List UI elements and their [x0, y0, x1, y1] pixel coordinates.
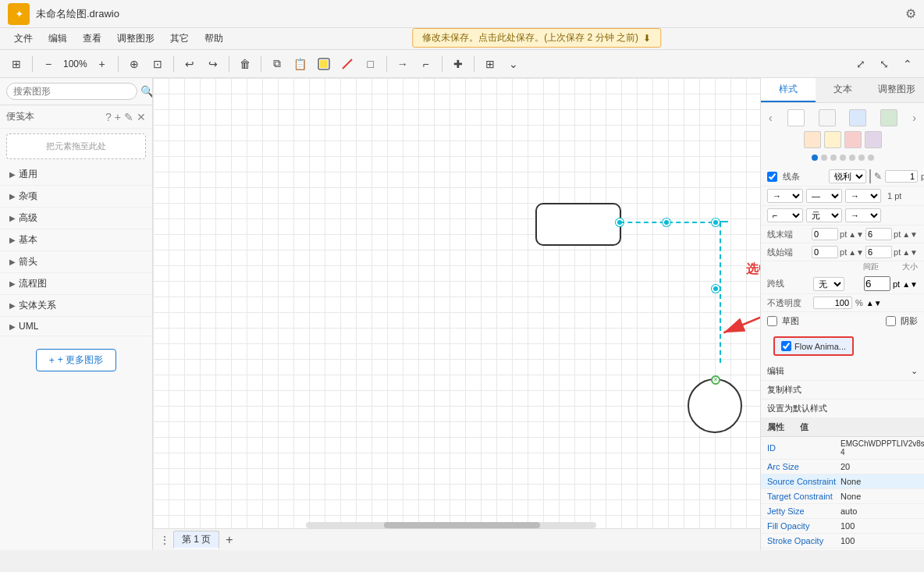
- waypoint-select[interactable]: ⌐: [767, 208, 803, 222]
- cross-select[interactable]: 无: [813, 277, 844, 291]
- page-tab-1[interactable]: 第 1 页: [173, 531, 219, 549]
- line-start-val2[interactable]: [865, 246, 892, 258]
- more-shapes-button[interactable]: + + 更多图形: [36, 349, 116, 371]
- search-input[interactable]: [6, 83, 137, 100]
- notification-download-icon[interactable]: ⬇: [643, 33, 651, 44]
- delete-button[interactable]: 🗑: [235, 54, 255, 74]
- waypoint-end-select[interactable]: →: [845, 208, 881, 222]
- swatch-light-gray[interactable]: [819, 109, 836, 126]
- line-start-spin2[interactable]: ▲▼: [902, 248, 918, 257]
- add-page-button[interactable]: +: [222, 533, 236, 547]
- line-start-spin1[interactable]: ▲▼: [848, 248, 864, 257]
- swatch-green[interactable]: [880, 109, 897, 126]
- opacity-spin[interactable]: ▲▼: [866, 299, 882, 307]
- scrollbar-thumb[interactable]: [384, 522, 540, 528]
- favorites-edit-icon[interactable]: ✎: [124, 111, 133, 123]
- sidebar-item-misc[interactable]: ▶ 杂项: [0, 186, 152, 208]
- line-checkbox[interactable]: [767, 172, 777, 182]
- redo-button[interactable]: ↪: [203, 54, 223, 74]
- menu-edit[interactable]: 编辑: [42, 30, 73, 47]
- menu-file[interactable]: 文件: [8, 30, 39, 47]
- favorites-add-icon[interactable]: +: [115, 111, 121, 123]
- tab-style[interactable]: 样式: [761, 78, 816, 102]
- shadow-checkbox[interactable]: [886, 316, 896, 326]
- arrow-start-select[interactable]: →—: [767, 189, 803, 203]
- line-end-spin2[interactable]: ▲▼: [902, 230, 918, 239]
- swatch-orange[interactable]: [804, 131, 821, 148]
- flow-anim-checkbox[interactable]: [781, 341, 791, 351]
- add-button[interactable]: ✚: [448, 54, 468, 74]
- circle-shape[interactable]: [688, 378, 742, 433]
- waypoint-type-select[interactable]: 元: [806, 208, 842, 222]
- line-type-select[interactable]: 锐利 圆角 直角: [829, 169, 866, 183]
- menu-view[interactable]: 查看: [76, 30, 108, 47]
- sidebar-item-er[interactable]: ▶ 实体关系: [0, 295, 152, 317]
- waypoint-button[interactable]: ⌐: [416, 54, 436, 74]
- line-width-input[interactable]: [885, 170, 918, 183]
- tab-format[interactable]: 调整图形: [869, 78, 924, 102]
- cross-num-input[interactable]: [864, 276, 890, 291]
- sidebar-item-general[interactable]: ▶ 通用: [0, 164, 152, 186]
- line-end-val2[interactable]: [865, 228, 892, 240]
- line-edit-icon[interactable]: ✎: [874, 171, 882, 182]
- set-default-row[interactable]: 设置为默认样式: [761, 400, 924, 418]
- shape-button[interactable]: □: [361, 54, 381, 74]
- favorites-help-icon[interactable]: ?: [105, 111, 112, 123]
- tab-text[interactable]: 文本: [816, 78, 870, 102]
- color-next-icon[interactable]: ›: [911, 110, 918, 126]
- favorites-close-icon[interactable]: ✕: [137, 111, 146, 123]
- search-icon[interactable]: 🔍: [140, 85, 153, 98]
- edit-row[interactable]: 编辑 ⌄: [761, 362, 924, 381]
- opacity-input[interactable]: [813, 297, 852, 309]
- table-button[interactable]: ⊞: [480, 54, 500, 74]
- zoom-fit-button[interactable]: ⊕: [124, 54, 144, 74]
- sidebar-item-advanced[interactable]: ▶ 高级: [0, 208, 152, 229]
- canvas-area[interactable]: 选中后，线就会动 ⋮ 第 1 页 +: [153, 78, 760, 550]
- sidebar-item-arrows[interactable]: ▶ 箭头: [0, 251, 152, 273]
- line-end-val1[interactable]: [812, 228, 838, 240]
- sidebar-item-flowchart[interactable]: ▶ 流程图: [0, 273, 152, 295]
- line-end-spin1[interactable]: ▲▼: [848, 230, 864, 239]
- zoom-out-button[interactable]: −: [38, 54, 59, 74]
- line-color-button[interactable]: [337, 54, 357, 74]
- zoom-page-button[interactable]: ⊡: [147, 54, 168, 74]
- line-start-val1[interactable]: [812, 246, 838, 258]
- scrollbar-horizontal[interactable]: [306, 522, 596, 528]
- connector-button[interactable]: →: [393, 54, 413, 74]
- collapse-button[interactable]: ⤡: [874, 54, 894, 74]
- swatch-red[interactable]: [844, 131, 862, 148]
- paste-button[interactable]: 📋: [290, 54, 311, 74]
- sidebar-item-basic[interactable]: ▶ 基本: [0, 229, 152, 251]
- connection-dot-3[interactable]: [712, 218, 720, 226]
- swatch-purple[interactable]: [865, 131, 882, 148]
- zoom-in-button[interactable]: +: [92, 54, 112, 74]
- notification-bar[interactable]: 修改未保存。点击此处保存。(上次保存 2 分钟 之前) ⬇: [412, 28, 661, 48]
- sketch-checkbox[interactable]: [767, 316, 777, 326]
- copy-style-row[interactable]: 复制样式: [761, 381, 924, 400]
- undo-button[interactable]: ↩: [179, 54, 200, 74]
- collapse-panel-button[interactable]: ⌃: [897, 54, 918, 74]
- panel-toggle-button[interactable]: ⊞: [6, 54, 27, 74]
- menu-help[interactable]: 帮助: [198, 30, 229, 47]
- cross-spin[interactable]: ▲▼: [902, 280, 918, 289]
- copy-button[interactable]: ⧉: [267, 54, 287, 74]
- zoom-value[interactable]: 100%: [60, 58, 91, 70]
- rounded-rect-shape[interactable]: [535, 203, 621, 246]
- line-color-swatch[interactable]: [869, 169, 871, 183]
- menu-format[interactable]: 调整图形: [111, 30, 161, 47]
- arrow-mid-select[interactable]: —: [806, 189, 842, 203]
- flow-animation-button[interactable]: Flow Anima...: [773, 336, 854, 356]
- color-prev-icon[interactable]: ‹: [767, 110, 774, 126]
- expand-button[interactable]: ⤢: [851, 54, 871, 74]
- arrow-end-select[interactable]: →: [845, 189, 881, 203]
- fill-color-button[interactable]: [314, 54, 334, 74]
- swatch-white[interactable]: [787, 109, 805, 126]
- connection-dot-2[interactable]: [663, 218, 670, 226]
- swatch-blue[interactable]: [849, 109, 866, 126]
- settings-icon[interactable]: ⚙: [905, 6, 916, 21]
- page-menu-icon[interactable]: ⋮: [159, 534, 170, 546]
- menu-extra[interactable]: 其它: [164, 30, 195, 47]
- more-toolbar[interactable]: ⌄: [503, 54, 524, 74]
- sidebar-item-uml[interactable]: ▶ UML: [0, 317, 152, 336]
- swatch-yellow[interactable]: [824, 131, 841, 148]
